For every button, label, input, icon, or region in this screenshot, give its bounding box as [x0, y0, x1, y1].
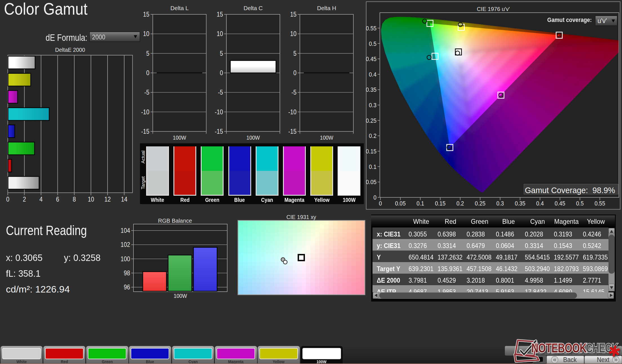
svg-text:15: 15 [143, 11, 150, 18]
svg-text:0: 0 [146, 69, 149, 77]
svg-text:0.25: 0.25 [475, 200, 485, 207]
svg-text:-5: -5 [218, 89, 223, 96]
svg-text:0.4: 0.4 [369, 71, 376, 78]
svg-text:14: 14 [121, 196, 128, 203]
svg-text:0.35: 0.35 [366, 86, 376, 93]
svg-text:0: 0 [6, 196, 9, 203]
svg-text:-5: -5 [144, 89, 150, 96]
svg-text:10: 10 [143, 30, 150, 38]
svg-text:NOTEBOOK: NOTEBOOK [531, 340, 587, 355]
svg-text:5: 5 [220, 50, 223, 57]
svg-text:0.2: 0.2 [369, 132, 376, 139]
svg-text:5: 5 [293, 50, 296, 57]
svg-text:10: 10 [88, 196, 94, 203]
svg-text:Next: Next [597, 356, 610, 363]
svg-text:4: 4 [39, 196, 43, 203]
svg-text:-10: -10 [215, 108, 223, 116]
svg-text:0.45: 0.45 [366, 55, 376, 62]
svg-text:0: 0 [379, 200, 382, 207]
svg-text:6: 6 [56, 196, 59, 203]
svg-text:Delta H: Delta H [317, 5, 336, 11]
svg-text:0.15: 0.15 [366, 148, 376, 155]
svg-text:0.2: 0.2 [456, 200, 464, 207]
svg-text:102: 102 [121, 241, 130, 249]
svg-text:0.05: 0.05 [395, 200, 406, 207]
svg-text:98: 98 [124, 269, 130, 277]
svg-text:15: 15 [217, 11, 223, 18]
svg-text:10: 10 [217, 30, 223, 38]
svg-text:0.55: 0.55 [594, 200, 605, 207]
svg-text:-15: -15 [288, 128, 296, 135]
svg-text:5: 5 [146, 50, 149, 57]
svg-text:Back: Back [563, 356, 577, 363]
svg-text:Gamut Coverage: 98.9%: Gamut Coverage: 98.9% [525, 186, 615, 195]
svg-text:0.25: 0.25 [366, 117, 376, 124]
svg-text:0.1: 0.1 [369, 163, 376, 170]
svg-text:0.15: 0.15 [435, 200, 446, 207]
svg-text:-15: -15 [141, 128, 149, 135]
svg-text:100W: 100W [173, 135, 186, 141]
svg-text:8: 8 [73, 196, 76, 203]
svg-text:CIE 1931 xy: CIE 1931 xy [286, 214, 316, 220]
svg-text:0.4: 0.4 [536, 200, 544, 207]
svg-text:100W: 100W [320, 135, 333, 141]
svg-text:0.1: 0.1 [416, 200, 424, 207]
svg-text:0.35: 0.35 [515, 200, 525, 207]
svg-text:2: 2 [23, 196, 26, 203]
svg-text:DeltaE 2000: DeltaE 2000 [55, 46, 85, 53]
svg-text:104: 104 [121, 227, 130, 235]
svg-text:0: 0 [220, 69, 223, 77]
svg-text:-10: -10 [288, 108, 296, 116]
svg-text:0.5: 0.5 [369, 40, 376, 47]
svg-text:15: 15 [290, 11, 296, 18]
svg-text:100: 100 [121, 255, 130, 263]
svg-text:0: 0 [293, 69, 296, 77]
svg-text:0.5: 0.5 [576, 200, 584, 207]
svg-text:-15: -15 [215, 128, 223, 135]
svg-text:100W: 100W [246, 135, 260, 141]
svg-text:10: 10 [290, 30, 296, 38]
svg-text:0.3: 0.3 [369, 102, 376, 108]
svg-text:0.3: 0.3 [496, 200, 504, 207]
svg-text:-5: -5 [291, 89, 296, 96]
svg-text:»: » [614, 356, 617, 363]
svg-text:CIE 1976 u'v': CIE 1976 u'v' [477, 6, 510, 12]
svg-text:0.45: 0.45 [555, 200, 565, 207]
svg-text:RGB Balance: RGB Balance [158, 217, 192, 224]
svg-text:0.05: 0.05 [366, 178, 376, 185]
svg-text:Delta C: Delta C [244, 5, 263, 11]
svg-text:100W: 100W [174, 293, 187, 299]
svg-text:96: 96 [124, 283, 130, 291]
svg-text:0.55: 0.55 [366, 25, 376, 32]
svg-text:«: « [553, 356, 556, 363]
svg-text:-10: -10 [141, 108, 149, 116]
svg-text:0: 0 [373, 194, 376, 201]
svg-text:12: 12 [104, 196, 111, 203]
svg-text:Delta L: Delta L [170, 5, 188, 11]
